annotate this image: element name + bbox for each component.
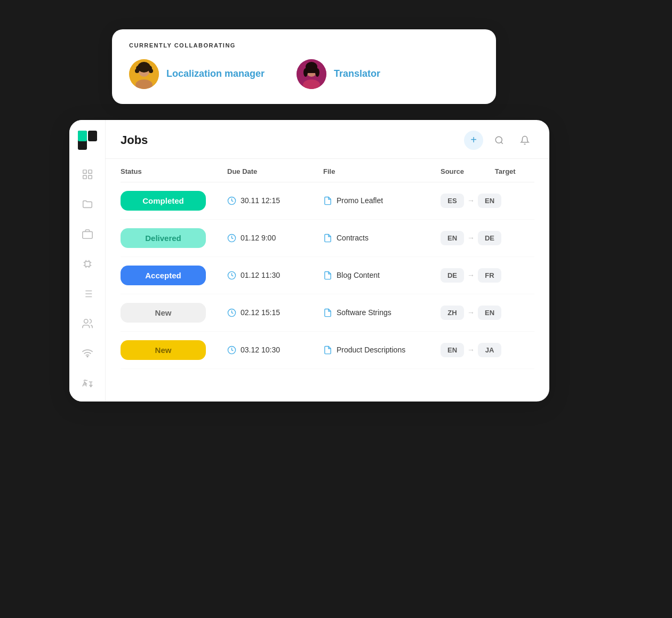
table-row: New 02.12 15:15 Software Strings ZH → EN xyxy=(121,294,534,332)
status-badge-new-gray: New xyxy=(121,303,206,323)
due-date-cell: 01.12 11:30 xyxy=(227,271,323,280)
header-actions: + xyxy=(464,131,534,150)
svg-point-24 xyxy=(84,319,87,323)
file-cell: Contracts xyxy=(323,234,441,243)
status-cell: Completed xyxy=(121,191,227,211)
svg-point-14 xyxy=(315,68,319,77)
lang-pair: ES → EN xyxy=(441,194,534,208)
arrow-icon: → xyxy=(467,271,475,279)
file-icon xyxy=(323,196,332,205)
app-card: Jobs + xyxy=(69,120,549,402)
target-lang: EN xyxy=(478,194,501,208)
target-lang: DE xyxy=(478,231,501,245)
arrow-icon: → xyxy=(467,308,475,317)
due-date-cell: 30.11 12:15 xyxy=(227,196,323,205)
bell-button[interactable] xyxy=(515,131,534,150)
page-title: Jobs xyxy=(121,133,148,147)
file-cell: Blog Content xyxy=(323,271,441,280)
collab-role-2: Translator xyxy=(334,68,380,79)
svg-rect-20 xyxy=(83,175,86,178)
collab-users: Localization manager Translator xyxy=(129,59,479,89)
svg-rect-23 xyxy=(85,261,90,266)
arrow-icon: → xyxy=(467,196,475,205)
lang-pair: EN → JA xyxy=(441,343,534,357)
svg-rect-19 xyxy=(88,170,91,173)
avatar-1 xyxy=(129,59,159,89)
sidebar-icon-list[interactable] xyxy=(80,286,95,301)
sidebar-icon-folder[interactable] xyxy=(80,197,95,212)
clock-icon xyxy=(227,308,236,317)
due-date-cell: 01.12 9:00 xyxy=(227,234,323,243)
status-cell: New xyxy=(121,340,227,360)
svg-point-6 xyxy=(135,69,139,73)
clock-icon xyxy=(227,346,236,355)
table-row: Delivered 01.12 9:00 Contracts EN → DE xyxy=(121,220,534,257)
lang-pair: DE → FR xyxy=(441,268,534,283)
collab-card: CURRENTLY COLLABORATING xyxy=(112,29,496,104)
source-lang: DE xyxy=(441,268,464,283)
avatar-2 xyxy=(297,59,326,89)
due-date-cell: 02.12 15:15 xyxy=(227,308,323,317)
source-lang: ZH xyxy=(441,306,464,320)
plus-icon: + xyxy=(470,134,477,146)
svg-point-25 xyxy=(87,356,88,357)
file-name: Software Strings xyxy=(337,308,391,317)
status-badge-accepted: Accepted xyxy=(121,266,206,285)
header: Jobs + xyxy=(106,120,549,159)
source-lang: ES xyxy=(441,194,464,208)
due-date-text: 03.12 10:30 xyxy=(241,346,280,354)
clock-icon xyxy=(227,271,236,280)
target-lang: EN xyxy=(478,306,501,320)
sidebar-icon-chip[interactable] xyxy=(80,256,95,271)
collab-user-2: Translator xyxy=(297,59,380,89)
svg-rect-18 xyxy=(83,170,86,173)
col-status: Status xyxy=(121,167,227,175)
collab-title: CURRENTLY COLLABORATING xyxy=(129,42,479,49)
due-date-text: 01.12 11:30 xyxy=(241,271,280,279)
file-name: Contracts xyxy=(337,234,369,242)
sidebar-icon-dashboard[interactable] xyxy=(80,167,95,182)
arrow-icon: → xyxy=(467,234,475,242)
svg-rect-17 xyxy=(88,131,97,141)
file-cell: Software Strings xyxy=(323,308,441,317)
svg-rect-21 xyxy=(88,175,91,178)
svg-rect-16 xyxy=(78,131,87,141)
collab-user-1: Localization manager xyxy=(129,59,265,89)
file-name: Promo Leaflet xyxy=(337,196,383,205)
file-name: Product Descriptions xyxy=(337,346,405,354)
arrow-icon: → xyxy=(467,346,475,354)
svg-rect-22 xyxy=(82,231,92,238)
target-lang: FR xyxy=(478,268,501,283)
status-cell: Delivered xyxy=(121,228,227,248)
main-content: Jobs + xyxy=(106,120,549,402)
sidebar xyxy=(69,120,106,402)
due-date-cell: 03.12 10:30 xyxy=(227,346,323,355)
file-name: Blog Content xyxy=(337,271,380,279)
sidebar-icon-users[interactable] xyxy=(80,316,95,331)
add-button[interactable]: + xyxy=(464,131,483,150)
svg-point-26 xyxy=(495,137,502,143)
collab-role-1: Localization manager xyxy=(166,68,265,79)
status-badge-delivered: Delivered xyxy=(121,228,206,248)
status-badge-new-yellow: New xyxy=(121,340,206,360)
file-icon xyxy=(323,346,332,355)
status-badge-completed: Completed xyxy=(121,191,206,211)
file-cell: Product Descriptions xyxy=(323,346,441,355)
source-lang: EN xyxy=(441,343,464,357)
search-icon xyxy=(494,135,504,145)
status-cell: New xyxy=(121,303,227,323)
sidebar-icon-wifi[interactable] xyxy=(80,346,95,361)
file-cell: Promo Leaflet xyxy=(323,196,441,205)
svg-point-13 xyxy=(303,68,308,77)
sidebar-icon-briefcase[interactable] xyxy=(80,227,95,242)
file-icon xyxy=(323,234,332,243)
logo xyxy=(78,131,97,152)
col-due-date: Due Date xyxy=(227,167,323,175)
sidebar-icon-translate[interactable] xyxy=(80,376,95,391)
svg-point-7 xyxy=(149,69,153,73)
lang-pair: ZH → EN xyxy=(441,306,534,320)
due-date-text: 02.12 15:15 xyxy=(241,308,280,317)
table-row: New 03.12 10:30 Product Descriptions EN … xyxy=(121,332,534,369)
col-lang: Source Target xyxy=(441,167,534,175)
search-button[interactable] xyxy=(490,131,509,150)
